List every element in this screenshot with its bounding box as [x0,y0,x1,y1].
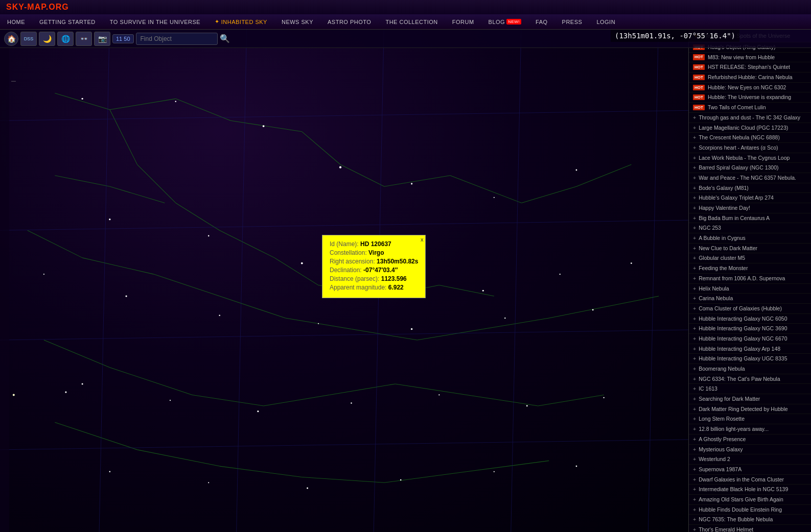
svg-point-75 [170,400,171,401]
nav-getting-started[interactable]: Getting Started [32,14,103,29]
svg-point-54 [175,101,176,102]
panel-item[interactable]: +Hubble Interacting Galaxy NGC 6050 [689,314,811,324]
popup-close-btn[interactable]: x [421,236,424,243]
plus-icon: + [693,234,696,242]
panel-item[interactable]: +NGC 6334: The Cat's Paw Nebula [689,374,811,384]
panel-item[interactable]: +Intermediate Black Hole in NGC 5139 [689,485,811,495]
panel-item[interactable]: +Hubble Interacting Galaxy NGC 6670 [689,334,811,344]
panel-item[interactable]: HOTRefurbished Hubble: Carina Nebula [689,72,811,83]
panel-item[interactable]: +War and Peace - The NGC 6357 Nebula. [689,173,811,183]
svg-line-18 [55,176,109,186]
nav-blog[interactable]: Blog NEW! [481,14,528,29]
panel-item[interactable]: +Amazing Old Stars Give Birth Again [689,495,811,505]
panel-item[interactable]: +A Bubble in Cygnus [689,233,811,244]
panel-item[interactable]: +Dark Matter Ring Detected by Hubble [689,404,811,415]
plus-icon: + [693,425,696,433]
panel-item[interactable]: +Hubble Interacting Galaxy UGC 8335 [689,354,811,364]
panel-item[interactable]: +Searching for Dark Matter [689,394,811,404]
star-icon: ✦ [215,18,220,25]
mode-btn-1[interactable]: 🌙 [39,32,55,46]
panel-item[interactable]: +Hubble Interacting Galaxy NGC 3690 [689,324,811,334]
panel-item[interactable]: +Lace Work Nebula - The Cygnus Loop [689,153,811,163]
panel-item[interactable]: HOTHST RELEASE: Stephan's Quintet [689,62,811,72]
nav-astro-photo[interactable]: Astro Photo [320,14,378,29]
panel-item[interactable]: +Happy Valentine Day! [689,203,811,213]
panel-item[interactable]: +Hubble Interacting Galaxy Arp 148 [689,344,811,354]
panel-item[interactable]: +Boomerang Nebula [689,364,811,374]
svg-point-89 [13,394,15,396]
panel-item[interactable]: +NGC 253 [689,223,811,233]
panel-item[interactable]: +Through gas and dust - The IC 342 Galax… [689,113,811,123]
plus-icon: + [693,144,696,152]
panel-item[interactable]: +Carina Nebula [689,294,811,304]
panel-item[interactable]: +Big Bada Bum in Centaurus A [689,213,811,224]
svg-point-82 [208,482,209,483]
panel-item[interactable]: +Hubble's Galaxy Triplet Arp 274 [689,193,811,203]
panel-item[interactable]: +Dwarf Galaxies in the Coma Cluster [689,475,811,485]
panel-item[interactable]: +Large Magellanic Cloud (PGC 17223) [689,123,811,133]
panel-item[interactable]: +Mysterious Galaxy [689,445,811,455]
popup-id-label: Id (Name): [330,240,359,248]
panel-item[interactable]: +Westerlund 2 [689,454,811,465]
panel-item-label: Dark Matter Ring Detected by Hubble [699,405,788,413]
panel-item[interactable]: +Helix Nebula [689,284,811,294]
nav-press[interactable]: Press [555,14,590,29]
plus-icon: + [693,245,696,252]
svg-line-11 [137,164,176,203]
panel-item[interactable]: HOTM83: New view from Hubble [689,53,811,63]
svg-line-4 [302,132,340,164]
panel-item[interactable]: +Hubble Finds Double Einstein Ring [689,505,811,515]
nav-forum[interactable]: Forum [445,14,481,29]
svg-line-10 [110,110,137,164]
panel-item[interactable]: +A Ghostly Presence [689,434,811,445]
svg-line-13 [220,230,274,258]
search-input[interactable] [136,33,218,45]
panel-item-label: Boomerang Nebula [699,365,745,373]
panel-item[interactable]: +12.8 billion light-years away... [689,424,811,434]
svg-point-69 [219,315,220,316]
panel-item-label: Helix Nebula [699,285,729,293]
nav-inhabited-sky[interactable]: ✦ Inhabited Sky [207,14,274,29]
nav-collection[interactable]: The Collection [378,14,445,29]
panel-item-label: Through gas and dust - The IC 342 Galaxy [699,114,800,122]
panel-item[interactable]: +Thor's Emerald Helmet [689,525,811,532]
panel-item[interactable]: +Supernova 1987A [689,465,811,475]
nav-news-sky[interactable]: News Sky [274,14,320,29]
panel-item-label: Hubble Finds Double Einstein Ring [699,506,782,514]
nav-faq[interactable]: FAQ [528,14,555,29]
panel-item[interactable]: +IC 1613 [689,384,811,394]
panel-item[interactable]: +Barred Spiral Galaxy (NGC 1300) [689,163,811,173]
panel-item[interactable]: HOTTwo Tails of Comet Lulin [689,103,811,113]
nav-survive[interactable]: To Survive in the Universe [103,14,207,29]
panel-item[interactable]: +NGC 7635: The Bubble Nebula [689,515,811,525]
panel-item[interactable]: +New Clue to Dark Matter [689,244,811,254]
panel-item[interactable]: +Remnant from 1006 A.D. Supernova [689,274,811,284]
panel-item[interactable]: +Coma Cluster of Galaxies (Hubble) [689,304,811,314]
panel-item[interactable]: +Globular cluster M5 [689,253,811,263]
home-btn[interactable]: 🏠 [4,32,18,46]
logo[interactable]: SKY-MAP.ORG [0,3,75,12]
mode-btn-2[interactable]: 🌐 [57,32,74,46]
dss-btn[interactable]: DSS [20,32,37,46]
plus-icon: + [693,254,696,262]
svg-line-49 [236,30,247,532]
panel-item[interactable]: HOTHubble: New Eyes on NGC 6302 [689,83,811,93]
panel-item[interactable]: +Long Stem Rosette [689,414,811,424]
panel-item-label: Lace Work Nebula - The Cygnus Loop [699,154,790,162]
panel-item-label: Hubble: New Eyes on NGC 6302 [708,84,786,91]
panel-item[interactable]: +Scorpions heart - Antares (α Sco) [689,143,811,153]
panel-item-label: Hubble: The Universe is expanding [708,93,791,101]
panel-item[interactable]: HOTHubble: The Universe is expanding [689,92,811,103]
panel-item[interactable]: +The Crescent Nebula (NGC 6888) [689,133,811,143]
panel-item-label: Dwarf Galaxies in the Coma Cluster [699,476,784,483]
mode-btn-3[interactable]: 👓 [76,32,92,46]
svg-line-1 [110,99,176,109]
camera-btn[interactable]: 📷 [94,32,110,46]
search-button[interactable]: 🔍 [220,34,230,43]
panel-item[interactable]: +Bode's Galaxy (M81) [689,183,811,194]
nav-login[interactable]: Login [589,14,622,29]
svg-line-35 [395,384,467,395]
panel-item[interactable]: +Feeding the Monster [689,263,811,274]
svg-line-12 [176,203,220,230]
nav-home[interactable]: Home [0,14,32,29]
